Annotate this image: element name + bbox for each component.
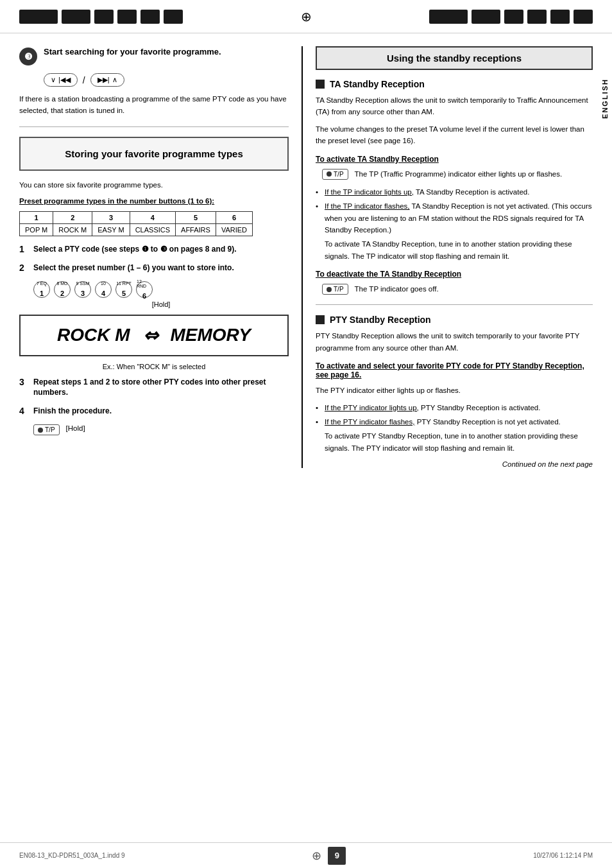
tp-hold-btn[interactable]: T/P <box>33 424 60 435</box>
step2: 2 Select the preset number (1 – 6) you w… <box>19 263 289 273</box>
top-bar-right-rect-2 <box>472 10 500 24</box>
pty-heading-text: PTY Standby Reception <box>330 315 431 325</box>
top-bar-right-rect-3 <box>504 10 523 24</box>
num-btn-2[interactable]: 8 MO 2 <box>54 281 71 298</box>
ta-bullet-2-extra: To activate TA Standby Reception, tune i… <box>325 238 593 262</box>
ta-body2: The volume changes to the preset TA volu… <box>316 123 593 147</box>
continued-text: Continued on the next page <box>316 460 593 468</box>
step3-heading: ❸ Start searching for your favorite prog… <box>19 46 289 65</box>
standby-box-title: Using the standby receptions <box>316 46 593 70</box>
pty-bullet-2: If the PTY indicator flashes, PTY Standb… <box>316 416 593 454</box>
table-label-5: AFFAIRS <box>176 224 216 236</box>
num-btn-4[interactable]: 10 4 <box>95 281 112 298</box>
pty-activate-sub: The PTY indicator either lights up or fl… <box>316 385 593 396</box>
next-icon: ∧ <box>112 76 117 84</box>
num-btn-6[interactable]: 12 RND 6 <box>136 281 153 298</box>
ta-tp-row: T/P The TP (Traffic Programme) indicator… <box>322 169 593 180</box>
top-bar-rect-3 <box>94 10 114 24</box>
table-num-3: 3 <box>92 212 130 224</box>
num-btn-2-main: 2 <box>60 290 64 297</box>
table-label-row: POP M ROCK M EASY M CLASSICS AFFAIRS VAR… <box>20 224 253 236</box>
prev-skip-icon: |◀◀ <box>58 76 71 84</box>
prev-btn[interactable]: ∨ |◀◀ <box>44 73 78 87</box>
step3-body: If there is a station broadcasting a pro… <box>19 93 289 117</box>
top-bar: ⊕ <box>0 0 612 33</box>
ta-deactivate-tp-label: T/P <box>334 286 344 293</box>
pty-bullet-list: If the PTY indicator lights up, PTY Stan… <box>316 402 593 455</box>
ta-deactivate-tp-dot-icon <box>327 287 332 292</box>
preset-heading: Preset programme types in the number but… <box>19 197 289 205</box>
num-btn-1-top: 7 EQ <box>37 281 47 286</box>
step2-text: Select the preset number (1 – 6) you wan… <box>33 263 289 273</box>
tp-label: T/P <box>45 426 55 433</box>
compass-icon: ⊕ <box>301 9 312 24</box>
table-label-6: VARIED <box>216 224 252 236</box>
num-btn-1[interactable]: 7 EQ 1 <box>33 281 50 298</box>
pty-bullet-2-rest: PTY Standby Reception is not yet activat… <box>417 418 561 426</box>
num-btn-1-main: 1 <box>40 290 44 297</box>
num-btn-5-top: 11 RPT <box>116 281 132 286</box>
pty-body1: PTY Standby Reception allows the unit to… <box>316 330 593 354</box>
top-bar-right <box>429 10 593 24</box>
ta-activate-heading: To activate TA Standby Reception <box>316 155 593 164</box>
table-label-4: CLASSICS <box>130 224 175 236</box>
bottom-left-text: EN08-13_KD-PDR51_003A_1.indd 9 <box>19 852 125 859</box>
top-bar-rect-6 <box>164 10 183 24</box>
step1-num: 1 <box>19 244 33 254</box>
ta-tp-dot-icon <box>327 171 332 177</box>
top-bar-right-rect-6 <box>574 10 593 24</box>
pty-activate-heading-text: To activate and select your favorite PTY… <box>316 361 584 370</box>
bottom-bar: EN08-13_KD-PDR51_003A_1.indd 9 ⊕ 9 10/27… <box>0 842 612 868</box>
table-label-1: POP M <box>20 224 53 236</box>
step3-title: Start searching for your favorite progra… <box>44 46 221 58</box>
table-num-2: 2 <box>53 212 92 224</box>
pty-bullet-1-underline: If the PTY indicator lights up, <box>325 404 419 412</box>
num-btn-5-main: 5 <box>122 290 126 297</box>
pty-bullet-2-underline: If the PTY indicator flashes, <box>325 418 414 426</box>
ta-bullet-1-underline: If the TP indicator lights up, <box>325 188 414 196</box>
top-bar-rect-2 <box>62 10 90 24</box>
pty-activate-heading: To activate and select your favorite PTY… <box>316 361 593 379</box>
step3b-text: Repeat steps 1 and 2 to store other PTY … <box>33 377 289 399</box>
prog-table: 1 2 3 4 5 6 POP M ROCK M EASY M CLASSICS… <box>19 211 253 236</box>
ta-tp-btn[interactable]: T/P <box>322 169 348 180</box>
pty-activate-body: see page 16. <box>316 370 361 379</box>
bottom-right-text: 10/27/06 1:12:14 PM <box>533 852 593 859</box>
next-btn[interactable]: ▶▶| ∧ <box>90 73 124 87</box>
top-bar-left <box>19 10 183 24</box>
table-label-3: EASY M <box>92 224 130 236</box>
num-btn-4-main: 4 <box>101 290 105 297</box>
ta-bullet-1-rest: TA Standby Reception is activated. <box>416 188 530 196</box>
step3b: 3 Repeat steps 1 and 2 to store other PT… <box>19 377 289 399</box>
step3-circle: ❸ <box>19 48 37 65</box>
num-btn-3[interactable]: 9 SSM 3 <box>74 281 91 298</box>
page-wrapper: ⊕ ❸ Start searching for your favorite pr… <box>0 0 612 868</box>
intro-text: You can store six favorite programme typ… <box>19 180 289 191</box>
tp-hold-row: T/P [Hold] <box>33 424 289 435</box>
num-btn-6-top: 12 RND <box>137 279 152 288</box>
pty-bullet-1: If the PTY indicator lights up, PTY Stan… <box>316 402 593 413</box>
step2-num: 2 <box>19 263 33 273</box>
left-column: ❸ Start searching for your favorite prog… <box>19 46 289 468</box>
step4: 4 Finish the procedure. <box>19 406 289 417</box>
ta-deactivate-tp-btn[interactable]: T/P <box>322 284 348 295</box>
ta-bullet-2: If the TP indicator flashes, TA Standby … <box>316 200 593 262</box>
num-btn-3-main: 3 <box>81 290 85 297</box>
step1-text: Select a PTY code (see steps ❶ to ❸ on p… <box>33 244 289 255</box>
storing-box-title: Storing your favorite programme types <box>32 147 276 161</box>
pty-bullet-1-rest: PTY Standby Reception is activated. <box>421 404 540 412</box>
ta-deactivate-tp-desc: The TP indicator goes off. <box>355 284 439 295</box>
step3b-num: 3 <box>19 377 33 387</box>
divider1 <box>19 126 289 127</box>
divider2 <box>316 304 593 305</box>
english-sidebar: ENGLISH <box>601 78 609 119</box>
bottom-center: ⊕ 9 <box>312 847 346 865</box>
table-number-row: 1 2 3 4 5 6 <box>20 212 253 224</box>
table-num-5: 5 <box>176 212 216 224</box>
ta-deactivate-heading: To deactivate the TA Standby Reception <box>316 270 593 279</box>
storing-box: Storing your favorite programme types <box>19 137 289 171</box>
page-num: 9 <box>335 851 339 860</box>
num-btn-5[interactable]: 11 RPT 5 <box>115 281 132 298</box>
tp-hold-text: [Hold] <box>66 424 85 432</box>
rock-memory-box: ROCK M ⇔ MEMORY <box>19 315 289 356</box>
